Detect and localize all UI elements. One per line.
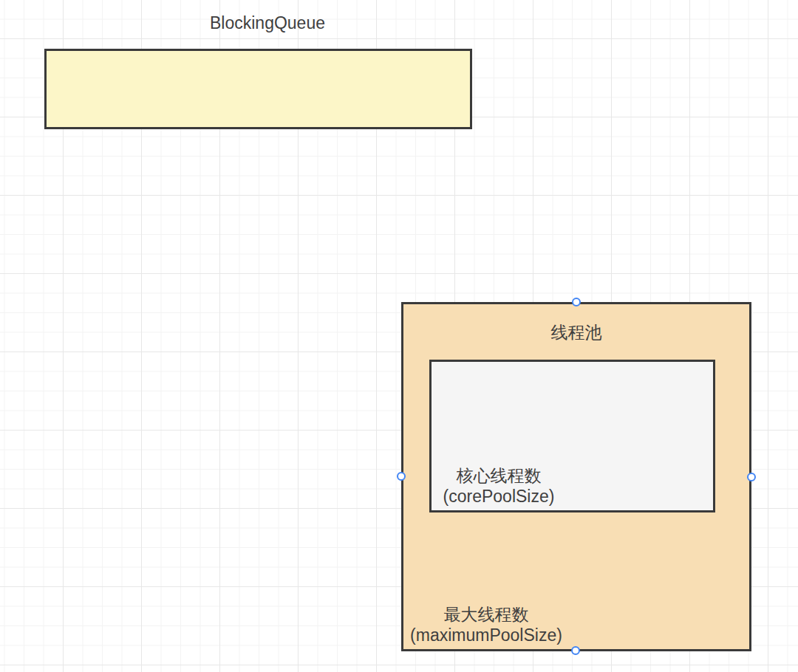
selection-handle-top[interactable] xyxy=(572,298,581,306)
selection-handle-left[interactable] xyxy=(397,472,406,481)
max-pool-label: 最大线程数 (maximumPoolSize) xyxy=(405,604,567,645)
thread-pool-container[interactable]: 线程池 核心线程数 (corePoolSize) 最大线程数 (maximumP… xyxy=(401,302,751,651)
core-pool-label-line2: (corePoolSize) xyxy=(436,486,562,507)
thread-pool-title: 线程池 xyxy=(403,322,749,343)
blocking-queue-shape[interactable] xyxy=(44,49,472,129)
max-pool-label-line2: (maximumPoolSize) xyxy=(405,625,567,645)
max-pool-label-line1: 最大线程数 xyxy=(405,604,567,625)
diagram-canvas[interactable]: BlockingQueue 线程池 核心线程数 (corePoolSize) 最… xyxy=(0,0,798,672)
selection-handle-bottom[interactable] xyxy=(571,646,580,655)
core-pool-shape[interactable]: 核心线程数 (corePoolSize) xyxy=(429,360,715,512)
core-pool-label: 核心线程数 (corePoolSize) xyxy=(436,465,562,507)
selection-handle-right[interactable] xyxy=(747,473,756,481)
core-pool-label-line1: 核心线程数 xyxy=(436,465,562,486)
blocking-queue-label: BlockingQueue xyxy=(157,13,378,33)
